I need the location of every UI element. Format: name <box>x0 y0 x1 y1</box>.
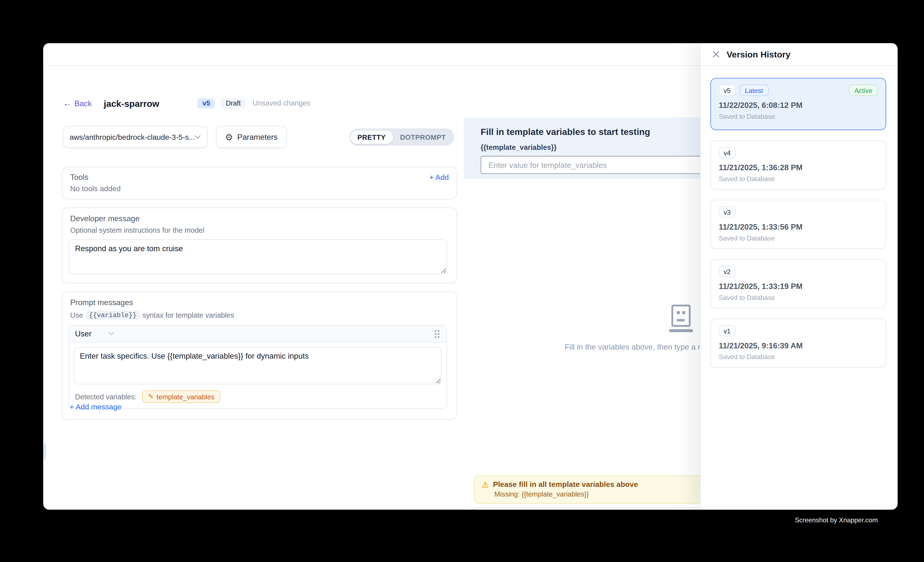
detected-variable-chip[interactable]: ✎ template_variables <box>142 390 220 403</box>
version-status: Saved to Database <box>719 113 878 120</box>
version-status: Saved to Database <box>719 175 878 182</box>
tools-empty-text: No tools added <box>70 185 449 193</box>
chevron-down-icon <box>195 135 201 139</box>
version-card-v2[interactable]: v2 11/21/2025, 1:33:19 PM Saved to Datab… <box>710 259 886 308</box>
view-mode-toggle: PRETTY DOTPROMPT <box>349 128 454 146</box>
model-selector-value: aws/anthropic/bedrock-claude-3-5-s... <box>69 133 194 141</box>
side-tab <box>43 443 46 460</box>
tools-card: Tools + Add No tools added <box>62 167 457 199</box>
version-timestamp: 11/21/2025, 1:36:28 PM <box>719 163 878 172</box>
tools-title: Tools <box>70 173 88 182</box>
toggle-dotprompt[interactable]: DOTPROMPT <box>393 130 453 143</box>
drawer-header: Version History <box>701 43 897 66</box>
version-badge: v5 <box>198 98 215 108</box>
version-history-drawer: Version History v5 Latest Active 11/22/2… <box>700 43 897 510</box>
message-header: User <box>69 326 447 342</box>
warning-icon: ⚠ <box>482 481 489 488</box>
model-selector[interactable]: aws/anthropic/bedrock-claude-3-5-s... <box>63 126 208 148</box>
robot-icon <box>669 305 693 332</box>
version-number-badge: v1 <box>719 325 735 336</box>
version-list: v5 Latest Active 11/22/2025, 6:08:12 PM … <box>701 66 897 368</box>
toolbar-row: aws/anthropic/bedrock-claude-3-5-s... ⚙ … <box>63 126 454 148</box>
version-number-badge: v3 <box>719 206 735 218</box>
version-timestamp: 11/21/2025, 9:16:39 AM <box>719 341 878 350</box>
version-timestamp: 11/21/2025, 1:33:19 PM <box>719 282 878 291</box>
version-status: Saved to Database <box>719 235 878 242</box>
gear-icon: ⚙ <box>225 132 233 142</box>
prompt-messages-card: Prompt messages Use {{variable}} syntax … <box>62 291 457 420</box>
page-title: jack-sparrow <box>104 98 159 108</box>
message-block: User Enter task specifics. Use {{templat… <box>69 325 447 409</box>
developer-message-input[interactable]: Respond as you are tom cruise <box>69 239 447 274</box>
detected-variables-label: Detected variables: <box>75 392 137 401</box>
add-message-button[interactable]: + Add message <box>69 403 122 411</box>
version-card-v3[interactable]: v3 11/21/2025, 1:33:56 PM Saved to Datab… <box>710 200 886 249</box>
role-selector[interactable]: User <box>75 329 115 338</box>
watermark: Screenshot by Xnapper.com <box>795 516 878 523</box>
developer-message-title: Developer message <box>70 214 449 223</box>
back-label: Back <box>74 99 92 108</box>
close-icon[interactable] <box>712 50 720 58</box>
version-card-v4[interactable]: v4 11/21/2025, 1:36:28 PM Saved to Datab… <box>710 140 886 190</box>
syntax-hint: Use {{variable}} syntax for template var… <box>70 311 449 320</box>
version-status: Saved to Database <box>719 294 878 301</box>
version-card-v1[interactable]: v1 11/21/2025, 9:16:39 AM Saved to Datab… <box>710 318 886 368</box>
latest-badge: Latest <box>740 85 768 96</box>
version-card-v5[interactable]: v5 Latest Active 11/22/2025, 6:08:12 PM … <box>710 78 886 130</box>
back-arrow-icon: ← <box>63 99 71 107</box>
warning-title: Please fill in all template variables ab… <box>493 480 638 489</box>
detected-variables-row: Detected variables: ✎ template_variables <box>69 389 447 408</box>
version-number-badge: v4 <box>719 147 735 158</box>
back-button[interactable]: ← Back <box>63 99 92 108</box>
user-message-input[interactable]: Enter task specifics. Use {{template_var… <box>74 347 441 384</box>
add-tool-button[interactable]: + Add <box>429 173 449 181</box>
version-timestamp: 11/22/2025, 6:08:12 PM <box>719 101 878 110</box>
developer-message-subtitle: Optional system instructions for the mod… <box>70 226 449 235</box>
variable-syntax-chip: {{variable}} <box>86 311 140 320</box>
unsaved-changes-text: Unsaved changes <box>253 99 310 107</box>
role-value: User <box>75 329 92 338</box>
hint-suffix: syntax for template variables <box>142 311 234 319</box>
developer-message-card: Developer message Optional system instru… <box>62 208 457 283</box>
version-status: Saved to Database <box>719 353 878 360</box>
parameters-label: Parameters <box>237 132 278 142</box>
drag-handle-icon[interactable] <box>434 329 440 338</box>
drawer-title: Version History <box>727 49 790 59</box>
hint-prefix: Use <box>70 311 83 319</box>
active-badge: Active <box>849 85 878 96</box>
screen: ← Back jack-sparrow v5 Draft Unsaved cha… <box>0 0 924 562</box>
pencil-icon: ✎ <box>148 393 153 401</box>
prompt-messages-title: Prompt messages <box>70 298 449 307</box>
version-timestamp: 11/21/2025, 1:33:56 PM <box>719 223 878 232</box>
version-number-badge: v2 <box>719 266 735 277</box>
version-number-badge: v5 <box>719 85 735 96</box>
title-row: ← Back jack-sparrow v5 Draft Unsaved cha… <box>63 96 310 111</box>
app-window: ← Back jack-sparrow v5 Draft Unsaved cha… <box>43 43 898 510</box>
parameters-button[interactable]: ⚙ Parameters <box>216 126 286 148</box>
draft-badge: Draft <box>221 98 246 108</box>
chevron-down-icon <box>108 332 115 336</box>
toggle-pretty[interactable]: PRETTY <box>350 130 393 143</box>
detected-variable-name: template_variables <box>157 393 214 400</box>
